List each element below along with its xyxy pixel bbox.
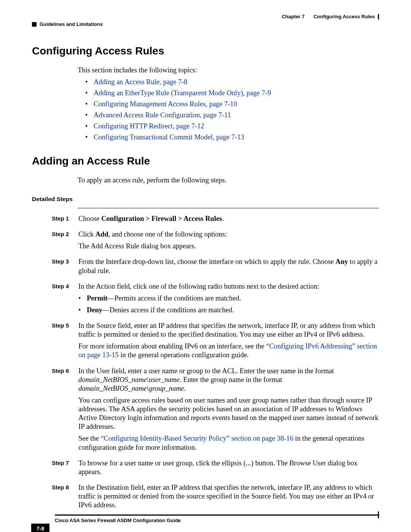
footer-end-icon <box>378 511 379 518</box>
step-text: To browse for a user name or user group,… <box>78 459 379 476</box>
topic-link[interactable]: Adding an EtherType Rule (Transparent Mo… <box>94 89 271 97</box>
guide-title: Cisco ASA Series Firewall ASDM Configura… <box>55 518 181 523</box>
step-text: In the User field, enter a user name or … <box>78 367 334 375</box>
step-label: Step 5 <box>52 321 78 363</box>
step-body: To browse for a user name or user group,… <box>78 459 379 479</box>
horizontal-rule <box>78 208 379 208</box>
step-label: Step 1 <box>52 214 78 226</box>
step-text: in the general operations configuration … <box>119 351 249 359</box>
step-row: Step 4 In the Action field, click one of… <box>32 282 379 318</box>
step-label: Step 2 <box>52 230 78 254</box>
step-row: Step 8 In the Destination field, enter a… <box>32 483 379 513</box>
topic-link[interactable]: Adding an Access Rule, page 7-8 <box>94 78 188 86</box>
topic-link[interactable]: Advanced Access Rule Configuration, page… <box>94 111 231 119</box>
detailed-steps-heading: Detailed Steps <box>32 196 379 203</box>
step-text: In the Source field, enter an IP address… <box>78 321 379 339</box>
bullet-bold: Permit <box>87 294 107 302</box>
step-bold: Add <box>96 230 108 238</box>
step-row: Step 6 In the User field, enter a user n… <box>32 367 379 455</box>
step-body: Click Add, and choose one of the followi… <box>78 230 379 254</box>
format-example: domain_NetBIOS_name\user_name. <box>78 376 182 383</box>
step-body: From the Interface drop-down list, choos… <box>78 257 379 278</box>
step-label: Step 6 <box>52 367 78 455</box>
step-text: Enter the group name in the format <box>182 376 282 383</box>
page-number-badge: 7-8 <box>31 524 49 532</box>
step-row: Step 7 To browse for a user name or user… <box>32 459 379 479</box>
steps-container: Step 1 Choose Configuration > Firewall >… <box>32 214 379 513</box>
topic-link[interactable]: Configuring HTTP Redirect, page 7-12 <box>94 122 204 130</box>
step-text: For more information about enabling IPv6… <box>78 342 266 350</box>
chapter-title: Configuring Access Rules <box>314 14 375 19</box>
chapter-label: Chapter 7 <box>282 14 304 19</box>
action-bullet: Deny—Denies access if the conditions are… <box>78 306 379 315</box>
step-text: Click <box>78 230 96 238</box>
step-text: In the Action field, click one of the fo… <box>78 282 379 291</box>
bullet-text: —Denies access if the conditions are mat… <box>102 306 234 314</box>
topic-link[interactable]: Configuring Management Access Rules, pag… <box>94 100 237 108</box>
step-row: Step 2 Click Add, and choose one of the … <box>32 230 379 254</box>
step-text: From the Interface drop-down list, choos… <box>78 258 336 265</box>
section-name: Guidelines and Limitations <box>40 21 103 27</box>
topic-link-list: Adding an Access Rule, page 7-8 Adding a… <box>85 78 379 141</box>
heading-adding-access-rule: Adding an Access Rule <box>32 155 379 167</box>
intro-text-2: To apply an access rule, perform the fol… <box>78 176 379 184</box>
step-menu-path: Configuration > Firewall > Access Rules <box>101 215 222 222</box>
step-text: Choose <box>78 215 101 222</box>
step-bold: Any <box>336 258 348 265</box>
divider-icon <box>378 14 379 19</box>
step-label: Step 4 <box>52 282 78 318</box>
step-text: The Add Access Rule dialog box appears. <box>78 242 379 251</box>
page-content: Configuring Access Rules This section in… <box>32 45 379 516</box>
step-text: . <box>222 215 224 222</box>
step-row: Step 5 In the Source field, enter an IP … <box>32 321 379 363</box>
step-label: Step 8 <box>52 483 78 513</box>
step-text: You can configure access rules based on … <box>78 396 379 431</box>
topic-link[interactable]: Configuring Transactional Commit Model, … <box>94 133 244 141</box>
step-text: See the <box>78 435 101 442</box>
step-body: In the User field, enter a user name or … <box>78 367 379 455</box>
bullet-bold: Deny <box>87 306 102 314</box>
action-bullet: Permit—Permits access if the conditions … <box>78 294 379 303</box>
step-body: In the Source field, enter an IP address… <box>78 321 379 363</box>
step-body: In the Destination field, enter an IP ad… <box>78 483 379 513</box>
footer-rule <box>55 514 379 516</box>
format-example: domain_NetBIOS_name\group_name. <box>78 385 186 392</box>
square-bullet-icon <box>32 22 37 27</box>
step-text: In the Destination field, enter an IP ad… <box>78 483 379 510</box>
step-body: Choose Configuration > Firewall > Access… <box>78 214 379 226</box>
step-label: Step 3 <box>52 257 78 278</box>
step-label: Step 7 <box>52 459 78 479</box>
xref-link[interactable]: “Configuring Identity-Based Security Pol… <box>101 435 293 442</box>
step-body: In the Action field, click one of the fo… <box>78 282 379 318</box>
heading-configuring-access-rules: Configuring Access Rules <box>32 45 379 57</box>
step-row: Step 3 From the Interface drop-down list… <box>32 257 379 278</box>
intro-text: This section includes the following topi… <box>78 66 379 74</box>
step-text: , and choose one of the following option… <box>108 230 227 238</box>
step-row: Step 1 Choose Configuration > Firewall >… <box>32 214 379 226</box>
bullet-text: —Permits access if the conditions are ma… <box>107 294 241 302</box>
